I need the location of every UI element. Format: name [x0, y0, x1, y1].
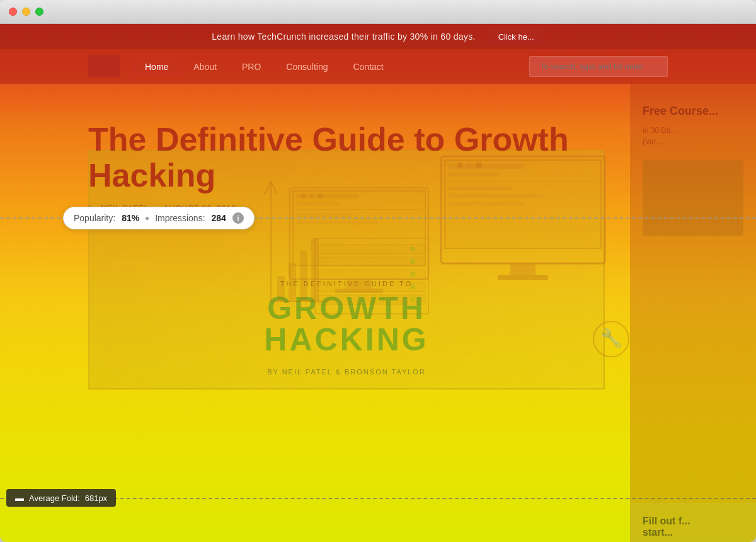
svg-rect-26 — [318, 245, 425, 254]
svg-text:🔧: 🔧 — [600, 328, 622, 349]
svg-rect-17 — [296, 209, 421, 210]
svg-rect-41 — [289, 263, 296, 301]
sidebar-image — [643, 160, 743, 236]
monitors-svg: 🔧 — [252, 144, 630, 396]
svg-line-37 — [265, 182, 271, 194]
search-input[interactable] — [529, 56, 668, 77]
right-sidebar: Free Course... in 30 Da... (Val... — [630, 84, 756, 542]
svg-point-31 — [410, 246, 415, 251]
nav-logo — [88, 55, 120, 78]
nav-item-contact[interactable]: Contact — [340, 58, 396, 76]
impressions-label: Impressions: — [155, 213, 205, 223]
nav-item-home[interactable]: Home — [132, 58, 181, 76]
sidebar-top-widget: Free Course... in 30 Da... (Val... — [643, 103, 743, 236]
svg-point-22 — [301, 193, 306, 199]
monitor-illustrations: 🔧 — [252, 144, 630, 396]
close-button[interactable] — [9, 8, 17, 16]
maximize-button[interactable] — [35, 8, 43, 16]
info-icon[interactable]: i — [232, 212, 244, 224]
svg-rect-28 — [318, 270, 425, 279]
bottom-fill-text: Fill out f... — [643, 516, 743, 527]
svg-rect-40 — [277, 276, 285, 301]
svg-rect-19 — [296, 221, 378, 224]
fold-icon: ▬ — [15, 493, 24, 503]
svg-point-32 — [410, 259, 415, 264]
svg-line-38 — [271, 182, 277, 194]
svg-rect-5 — [449, 187, 512, 190]
svg-rect-27 — [318, 257, 425, 267]
popularity-label: Popularity: — [74, 213, 115, 223]
svg-rect-8 — [510, 263, 536, 275]
svg-rect-3 — [449, 173, 499, 176]
popularity-tooltip: Popularity: 81% Impressions: 284 i — [63, 207, 255, 229]
sidebar-val: (Val... — [643, 136, 743, 147]
average-fold-label: Average Fold: — [29, 493, 80, 503]
svg-rect-16 — [296, 202, 340, 205]
minimize-button[interactable] — [22, 8, 30, 16]
average-fold-value: 681px — [85, 493, 107, 503]
svg-point-35 — [410, 297, 415, 302]
svg-point-24 — [318, 193, 323, 199]
impressions-value: 284 — [212, 213, 226, 223]
dot-divider — [146, 217, 149, 220]
svg-rect-4 — [449, 182, 597, 182]
svg-rect-43 — [311, 238, 319, 301]
title-bar — [0, 0, 756, 24]
svg-rect-42 — [300, 251, 307, 301]
svg-point-12 — [476, 162, 482, 168]
nav-item-consulting[interactable]: Consulting — [273, 58, 340, 76]
popularity-value: 81% — [122, 213, 139, 223]
navigation-bar: Home About PRO Consulting Contact — [0, 49, 756, 84]
average-fold-badge: ▬ Average Fold: 681px — [6, 489, 116, 507]
svg-rect-7 — [449, 202, 524, 205]
svg-rect-29 — [318, 282, 425, 292]
nav-item-pro[interactable]: PRO — [229, 58, 273, 76]
browser-content: Learn how TechCrunch increased their tra… — [0, 24, 756, 542]
announcement-text: Learn how TechCrunch increased their tra… — [212, 32, 475, 42]
svg-point-34 — [410, 284, 415, 289]
svg-rect-18 — [296, 214, 353, 217]
svg-point-10 — [457, 162, 463, 168]
bottom-start-text: start... — [643, 527, 743, 538]
svg-rect-9 — [498, 275, 548, 280]
sidebar-in30: in 30 Da... — [643, 125, 743, 136]
sidebar-free-course: Free Course... — [643, 103, 743, 120]
nav-items: Home About PRO Consulting Contact — [132, 58, 529, 76]
announcement-button[interactable]: Click he... — [488, 28, 544, 45]
svg-point-11 — [466, 162, 472, 168]
svg-rect-6 — [449, 194, 543, 198]
svg-point-33 — [410, 272, 415, 277]
announcement-bar: Learn how TechCrunch increased their tra… — [0, 24, 756, 49]
browser-window: Learn how TechCrunch increased their tra… — [0, 0, 756, 542]
svg-rect-30 — [318, 295, 425, 304]
svg-point-23 — [309, 193, 314, 199]
bottom-sidebar: Fill out f... start... — [630, 503, 756, 542]
nav-item-about[interactable]: About — [181, 58, 229, 76]
